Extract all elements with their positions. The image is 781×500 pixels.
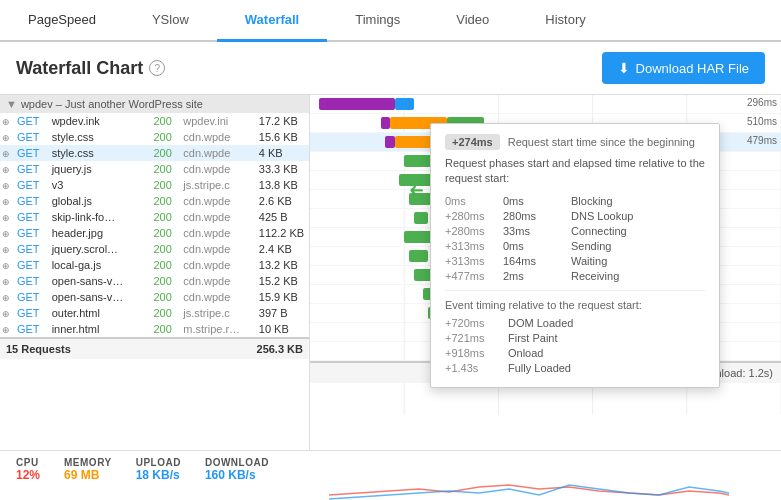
main-content: ▼ wpdev – Just another WordPress site ⊕ … <box>0 95 781 450</box>
tab-pagespeed[interactable]: PageSpeed <box>0 0 124 42</box>
memory-label: MEMORY <box>64 457 112 468</box>
site-group-label: wpdev – Just another WordPress site <box>21 98 203 110</box>
help-icon[interactable]: ? <box>149 60 165 76</box>
tab-history[interactable]: History <box>517 0 613 42</box>
bar-label: 479ms <box>747 135 777 146</box>
events-title: Event timing relative to the request sta… <box>445 299 705 311</box>
tooltip-time-label: Request start time since the beginning <box>508 136 695 148</box>
table-row: ⊕ GET jquery.js 200 cdn.wpde 33.3 KB <box>0 161 309 177</box>
event-row-3: +918ms Onload <box>445 347 705 359</box>
method-cell: GET <box>15 113 50 129</box>
cpu-value: 12% <box>16 468 40 482</box>
tab-waterfall[interactable]: Waterfall <box>217 0 327 42</box>
tooltip-header: +274ms Request start time since the begi… <box>445 134 705 150</box>
domain-cell: wpdev.ini <box>181 113 257 129</box>
table-row: ⊕ GET open-sans-v… 200 cdn.wpde 15.9 KB <box>0 289 309 305</box>
memory-value: 69 MB <box>64 468 112 482</box>
upload-stat: UPLOAD 18 KB/s <box>136 457 181 482</box>
sparkline-area <box>293 457 765 500</box>
request-tooltip: +274ms Request start time since the begi… <box>430 123 720 388</box>
total-size: 256.3 KB <box>257 343 303 355</box>
table-row: ⊕ GET global.js 200 cdn.wpde 2.6 KB <box>0 193 309 209</box>
table-row: ⊕ GET outer.html 200 js.stripe.c 397 B <box>0 305 309 321</box>
expand-row-icon[interactable]: ⊕ <box>2 325 10 335</box>
tooltip-time: +274ms <box>445 134 500 150</box>
tooltip-subtitle: Request phases start and elapsed time re… <box>445 156 705 187</box>
url-cell: wpdev.ink <box>50 113 152 129</box>
requests-panel: ▼ wpdev – Just another WordPress site ⊕ … <box>0 95 310 450</box>
tabs-bar: PageSpeed YSlow Waterfall Timings Video … <box>0 0 781 42</box>
event-row-2: +721ms First Paint <box>445 332 705 344</box>
download-label: Download HAR File <box>636 61 749 76</box>
table-row: ⊕ GET wpdev.ink 200 wpdev.ini 17.2 KB <box>0 113 309 129</box>
cpu-label: CPU <box>16 457 40 468</box>
tab-yslow[interactable]: YSlow <box>124 0 217 42</box>
expand-row-icon[interactable]: ⊕ <box>2 197 10 207</box>
expand-row-icon[interactable]: ⊕ <box>2 117 10 127</box>
expand-row-icon[interactable]: ⊕ <box>2 277 10 287</box>
expand-row-icon[interactable]: ⊕ <box>2 149 10 159</box>
bottom-stats-bar: CPU 12% MEMORY 69 MB UPLOAD 18 KB/s DOWN… <box>0 450 781 500</box>
expand-row-icon[interactable]: ⊕ <box>2 309 10 319</box>
table-row: ⊕ GET header.jpg 200 cdn.wpde 112.2 KB <box>0 225 309 241</box>
size-cell: 17.2 KB <box>257 113 309 129</box>
table-row: ⊕ GET local-ga.js 200 cdn.wpde 13.2 KB <box>0 257 309 273</box>
expand-row-icon[interactable]: ⊕ <box>2 213 10 223</box>
requests-footer: 15 Requests 256.3 KB <box>0 337 309 359</box>
waterfall-row-1: 296ms <box>310 95 781 114</box>
page-title: Waterfall Chart <box>16 58 143 79</box>
requests-count: 15 Requests <box>6 343 71 355</box>
table-row: ⊕ GET jquery.scrol… 200 cdn.wpde 2.4 KB <box>0 241 309 257</box>
table-row: ⊕ GET style.css 200 cdn.wpde 15.6 KB <box>0 129 309 145</box>
expand-row-icon[interactable]: ⊕ <box>2 133 10 143</box>
table-row: ⊕ GET inner.html 200 m.stripe.r… 10 KB <box>0 321 309 337</box>
sparkline-chart <box>293 457 765 500</box>
bar-label: 296ms <box>747 97 777 108</box>
expand-site-icon[interactable]: ▼ <box>6 98 17 110</box>
table-row: ⊕ GET skip-link-fo… 200 cdn.wpde 425 B <box>0 209 309 225</box>
cpu-stat: CPU 12% <box>16 457 40 482</box>
download-label: DOWNLOAD <box>205 457 269 468</box>
download-value: 160 KB/s <box>205 468 269 482</box>
table-row: ⊕ GET v3 200 js.stripe.c 13.8 KB <box>0 177 309 193</box>
memory-stat: MEMORY 69 MB <box>64 457 112 482</box>
page-header: Waterfall Chart ? ⬇ Download HAR File <box>0 42 781 95</box>
tooltip-arrow-icon: ➜ <box>409 179 424 201</box>
event-row-1: +720ms DOM Loaded <box>445 317 705 329</box>
download-stat: DOWNLOAD 160 KB/s <box>205 457 269 482</box>
tab-timings[interactable]: Timings <box>327 0 428 42</box>
expand-row-icon[interactable]: ⊕ <box>2 229 10 239</box>
phase-row-3: +280ms 33ms Connecting <box>445 225 705 237</box>
phase-row-6: +477ms 2ms Receiving <box>445 270 705 282</box>
expand-row-icon[interactable]: ⊕ <box>2 293 10 303</box>
phase-row-2: +280ms 280ms DNS Lookup <box>445 210 705 222</box>
table-row: ⊕ GET open-sans-v… 200 cdn.wpde 15.2 KB <box>0 273 309 289</box>
download-icon: ⬇ <box>618 60 630 76</box>
upload-value: 18 KB/s <box>136 468 181 482</box>
site-group-header: ▼ wpdev – Just another WordPress site <box>0 95 309 113</box>
upload-label: UPLOAD <box>136 457 181 468</box>
tab-video[interactable]: Video <box>428 0 517 42</box>
expand-row-icon[interactable]: ⊕ <box>2 245 10 255</box>
expand-row-icon[interactable]: ⊕ <box>2 181 10 191</box>
requests-table: ⊕ GET wpdev.ink 200 wpdev.ini 17.2 KB ⊕ … <box>0 113 309 337</box>
expand-row-icon[interactable]: ⊕ <box>2 261 10 271</box>
phase-row-1: 0ms 0ms Blocking <box>445 195 705 207</box>
download-har-button[interactable]: ⬇ Download HAR File <box>602 52 765 84</box>
phase-row-5: +313ms 164ms Waiting <box>445 255 705 267</box>
event-row-4: +1.43s Fully Loaded <box>445 362 705 374</box>
phase-row-4: +313ms 0ms Sending <box>445 240 705 252</box>
expand-row-icon[interactable]: ⊕ <box>2 165 10 175</box>
bar-label: 510ms <box>747 116 777 127</box>
table-row: ⊕ GET style.css 200 cdn.wpde 4 KB <box>0 145 309 161</box>
status-cell: 200 <box>151 113 181 129</box>
waterfall-panel: 296ms 510ms 479ms <box>310 95 781 450</box>
